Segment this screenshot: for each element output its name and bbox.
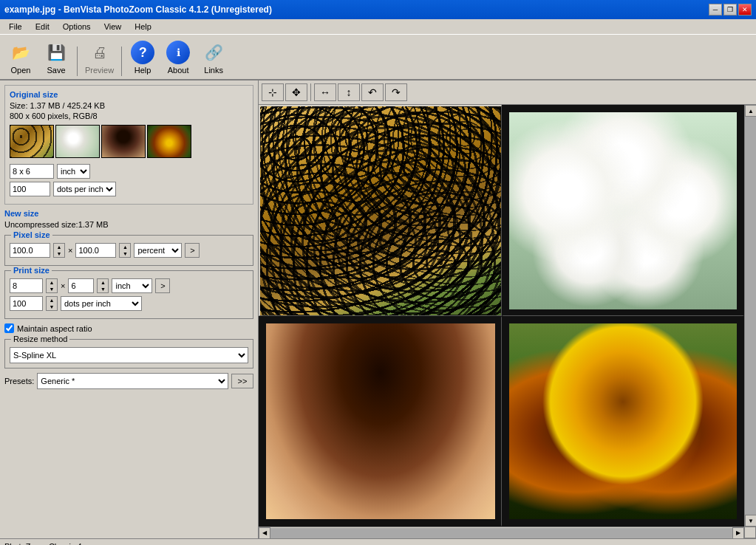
pixel-height-up[interactable]: ▲ <box>120 244 130 250</box>
rotate-left-btn[interactable]: ↶ <box>361 83 384 101</box>
original-size-section: Original size Size: 1.37 MB / 425.24 KB … <box>4 85 253 205</box>
print-height-spinner[interactable]: ▲ ▼ <box>97 278 109 293</box>
pixel-size-content: ▲ ▼ × ▲ ▼ percent pixel > <box>10 240 248 258</box>
save-label: Save <box>47 66 65 75</box>
dimensions-text: 800 x 600 pixels, RGB/8 <box>10 112 248 120</box>
minimize-button[interactable]: ─ <box>709 4 722 16</box>
print-height-up[interactable]: ▲ <box>98 279 108 286</box>
print-width-down[interactable]: ▼ <box>47 286 57 292</box>
print-width-up[interactable]: ▲ <box>47 279 57 286</box>
print-height-input[interactable] <box>68 278 94 293</box>
new-size-section: New size Uncompressed size:1.37 MB <box>4 209 253 229</box>
presets-select[interactable]: Generic * <box>37 373 228 389</box>
preview-label: Preview <box>85 66 114 75</box>
print-size-label: Print size <box>11 266 52 275</box>
scroll-left-btn[interactable]: ◀ <box>259 527 270 539</box>
pixel-height-input[interactable] <box>75 243 116 258</box>
scroll-up-btn[interactable]: ▲ <box>745 105 756 117</box>
main-toolbar: 📂 Open 💾 Save 🖨 Preview ? Help ℹ About 🔗… <box>0 35 756 80</box>
right-panel: ⊹ ✥ ↔ ↕ ↶ ↷ <box>259 80 756 538</box>
scroll-down-btn[interactable]: ▼ <box>745 515 756 527</box>
print-dpi-up[interactable]: ▲ <box>47 297 57 304</box>
unit-select[interactable]: inch cm mm pixel <box>57 164 90 179</box>
scroll-right-btn[interactable]: ▶ <box>732 527 744 539</box>
pixel-width-spinner[interactable]: ▲ ▼ <box>53 243 65 258</box>
print-dpi-row: ▲ ▼ dots per inch dots per cm <box>10 296 248 311</box>
menu-help[interactable]: Help <box>129 21 157 32</box>
resize-method-select[interactable]: S-Spline XL S-Spline Max Lanczos Bicubic… <box>10 347 248 363</box>
rt-sep-1 <box>310 83 311 101</box>
print-size-group: Print size ▲ ▼ × ▲ ▼ inch <box>4 270 253 319</box>
leopard-image <box>260 106 501 315</box>
new-size-label: New size <box>4 209 253 218</box>
menu-edit[interactable]: Edit <box>30 21 55 32</box>
image-cell-flowers[interactable] <box>502 105 745 316</box>
print-dpi-down[interactable]: ▼ <box>47 304 57 310</box>
menu-bar: File Edit Options View Help <box>0 19 756 35</box>
horizontal-scrollbar: ◀ ▶ <box>259 527 744 538</box>
width-input[interactable] <box>10 164 54 179</box>
print-dpi-unit-select[interactable]: dots per inch dots per cm <box>61 296 142 311</box>
print-height-down[interactable]: ▼ <box>98 286 108 292</box>
print-size-content: ▲ ▼ × ▲ ▼ inch cm mm > <box>10 275 248 311</box>
print-dpi-spinner[interactable]: ▲ ▼ <box>46 296 58 311</box>
pixel-apply-btn[interactable]: > <box>185 243 200 258</box>
pixel-width-down[interactable]: ▼ <box>54 250 64 257</box>
toolbar-sep-1 <box>77 47 78 76</box>
right-toolbar: ⊹ ✥ ↔ ↕ ↶ ↷ <box>259 80 756 105</box>
print-width-input[interactable] <box>10 278 43 293</box>
open-button[interactable]: 📂 Open <box>4 38 37 76</box>
v-scroll-track[interactable] <box>745 117 756 515</box>
image-cell-butterfly[interactable] <box>502 316 745 527</box>
move-tool-btn[interactable]: ✥ <box>285 83 307 101</box>
original-size-label: Original size <box>10 90 248 99</box>
fit-width-btn[interactable]: ↔ <box>314 83 336 101</box>
thumbnail-row <box>10 125 248 158</box>
save-button[interactable]: 💾 Save <box>40 38 72 76</box>
close-button[interactable]: ✕ <box>738 4 752 16</box>
thumbnail-flowers[interactable] <box>55 125 100 158</box>
thumbnail-woman[interactable] <box>101 125 146 158</box>
resize-method-group: Resize method S-Spline XL S-Spline Max L… <box>4 339 253 369</box>
print-unit-select[interactable]: inch cm mm <box>112 278 152 293</box>
h-scroll-track[interactable] <box>270 528 732 538</box>
pixel-height-down[interactable]: ▼ <box>120 250 130 257</box>
preview-button[interactable]: 🖨 Preview <box>82 38 117 76</box>
image-cell-leopard[interactable] <box>259 105 502 316</box>
menu-options[interactable]: Options <box>57 21 97 32</box>
help-button[interactable]: ? Help <box>126 38 159 76</box>
toolbar-sep-2 <box>121 47 122 76</box>
main-container: Original size Size: 1.37 MB / 425.24 KB … <box>0 80 756 538</box>
select-tool-btn[interactable]: ⊹ <box>262 83 284 101</box>
dpi-input[interactable] <box>10 182 50 196</box>
about-button[interactable]: ℹ About <box>162 38 194 76</box>
thumbnail-leopard[interactable] <box>10 125 54 158</box>
width-row: inch cm mm pixel <box>10 164 248 179</box>
restore-button[interactable]: ❐ <box>723 4 737 16</box>
window-controls: ─ ❐ ✕ <box>709 4 752 16</box>
left-panel: Original size Size: 1.37 MB / 425.24 KB … <box>0 80 259 538</box>
image-grid <box>259 105 756 538</box>
pixel-width-up[interactable]: ▲ <box>54 244 64 250</box>
pixel-width-input[interactable] <box>10 243 50 258</box>
print-apply-btn[interactable]: > <box>155 278 170 293</box>
image-cell-woman[interactable] <box>259 316 502 527</box>
aspect-ratio-row: Maintain aspect ratio <box>4 323 253 333</box>
links-button[interactable]: 🔗 Links <box>197 38 230 76</box>
status-text: PhotoZoom Classic 4 <box>4 542 82 546</box>
menu-file[interactable]: File <box>3 21 28 32</box>
print-width-spinner[interactable]: ▲ ▼ <box>46 278 58 293</box>
thumbnail-butterfly[interactable] <box>147 125 191 158</box>
pixel-unit-select[interactable]: percent pixel <box>134 243 182 258</box>
print-dpi-input[interactable] <box>10 296 43 311</box>
flowers-image <box>509 112 738 309</box>
menu-view[interactable]: View <box>98 21 128 32</box>
fit-height-btn[interactable]: ↕ <box>338 83 360 101</box>
dpi-unit-select[interactable]: dots per inch dots per cm <box>53 182 116 196</box>
presets-more-btn[interactable]: >> <box>231 374 253 388</box>
about-icon: ℹ <box>165 39 191 66</box>
maintain-aspect-checkbox[interactable] <box>4 323 14 333</box>
file-size-text: Size: 1.37 MB / 425.24 KB <box>10 101 248 110</box>
pixel-height-spinner[interactable]: ▲ ▼ <box>119 243 131 258</box>
rotate-right-btn[interactable]: ↷ <box>385 83 407 101</box>
